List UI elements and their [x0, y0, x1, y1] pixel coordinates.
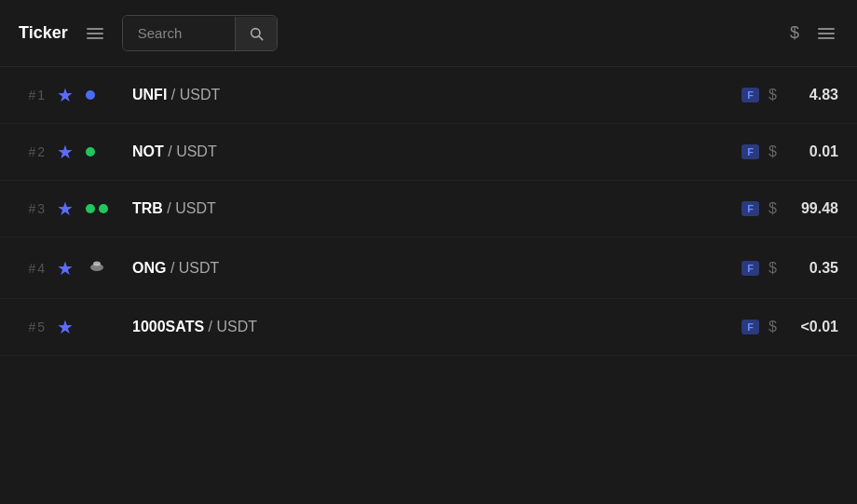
quote-currency: USDT: [179, 260, 220, 276]
ticker-list: #1★UNFI / USDTF$4.83#2★NOT / USDTF$0.01#…: [0, 67, 857, 356]
header-right: $: [790, 23, 838, 43]
futures-badge: F: [741, 261, 759, 276]
base-currency: 1000SATS: [132, 319, 204, 334]
price-dollar-sign: $: [769, 87, 777, 103]
indicator-container: [86, 147, 116, 157]
price-section: $0.35: [769, 260, 838, 277]
pair-separator: /: [163, 200, 175, 216]
quote-currency: USDT: [175, 200, 216, 216]
price-section: $<0.01: [769, 319, 838, 335]
coin-icon: [86, 254, 108, 281]
price-dollar-sign: $: [769, 260, 777, 277]
base-currency: NOT: [132, 143, 164, 159]
table-row[interactable]: #5★1000SATS / USDTF$<0.01: [0, 299, 857, 356]
futures-badge: F: [741, 320, 759, 334]
indicator-container: [86, 90, 116, 100]
status-dot-blue: [86, 90, 95, 100]
quote-currency: USDT: [176, 143, 217, 159]
table-row[interactable]: #4★ ONG / USDTF$0.35: [0, 238, 857, 299]
quote-currency: USDT: [180, 87, 221, 102]
ticker-title: Ticker: [19, 23, 68, 43]
rank-number: #3: [19, 201, 45, 216]
price-dollar-sign: $: [769, 200, 777, 217]
status-dot-green: [86, 204, 95, 213]
pair-separator: /: [167, 87, 179, 102]
search-icon: [249, 26, 264, 41]
table-row[interactable]: #3★TRB / USDTF$99.48: [0, 181, 857, 238]
price-section: $0.01: [769, 143, 838, 160]
pair-separator: /: [204, 319, 216, 334]
quote-currency: USDT: [216, 319, 257, 334]
rank-number: #1: [19, 88, 45, 102]
list-menu-icon[interactable]: [814, 24, 838, 43]
trading-pair: UNFI / USDT: [132, 87, 725, 103]
rank-number: #4: [19, 261, 45, 276]
trading-pair: 1000SATS / USDT: [132, 319, 725, 335]
trading-pair: NOT / USDT: [132, 143, 725, 160]
price-section: $99.48: [769, 200, 838, 217]
indicator-container: [86, 204, 116, 213]
price-dollar-sign: $: [769, 143, 777, 160]
rank-number: #2: [19, 144, 45, 159]
futures-badge: F: [741, 201, 759, 216]
favorite-star-icon[interactable]: ★: [54, 141, 76, 163]
header: Ticker $: [0, 0, 857, 67]
dollar-icon: $: [790, 23, 799, 43]
futures-badge: F: [741, 88, 759, 102]
status-dot-green: [86, 147, 95, 157]
status-dot-green: [99, 204, 108, 213]
indicator-container: [86, 254, 116, 281]
price-dollar-sign: $: [769, 319, 777, 335]
price-section: $4.83: [769, 87, 838, 103]
price-value: 0.35: [782, 260, 838, 277]
pair-separator: /: [166, 260, 178, 276]
futures-badge: F: [741, 144, 759, 159]
svg-point-3: [93, 262, 101, 266]
rank-number: #5: [19, 320, 45, 334]
favorite-star-icon[interactable]: ★: [54, 316, 76, 338]
price-value: 0.01: [782, 143, 838, 160]
favorite-star-icon[interactable]: ★: [54, 198, 76, 220]
price-value: 99.48: [782, 200, 838, 217]
table-row[interactable]: #1★UNFI / USDTF$4.83: [0, 67, 857, 124]
menu-icon[interactable]: [83, 24, 107, 43]
search-button[interactable]: [235, 17, 277, 50]
favorite-star-icon[interactable]: ★: [54, 84, 76, 106]
base-currency: ONG: [132, 260, 166, 276]
pair-separator: /: [164, 143, 176, 159]
trading-pair: ONG / USDT: [132, 260, 725, 277]
table-row[interactable]: #2★NOT / USDTF$0.01: [0, 124, 857, 181]
trading-pair: TRB / USDT: [132, 200, 725, 217]
price-value: 4.83: [782, 87, 838, 103]
search-container: [122, 15, 278, 51]
favorite-star-icon[interactable]: ★: [54, 257, 76, 279]
price-value: <0.01: [782, 319, 838, 335]
svg-line-1: [259, 36, 263, 40]
search-input[interactable]: [123, 16, 235, 50]
base-currency: TRB: [132, 200, 163, 216]
base-currency: UNFI: [132, 87, 167, 102]
